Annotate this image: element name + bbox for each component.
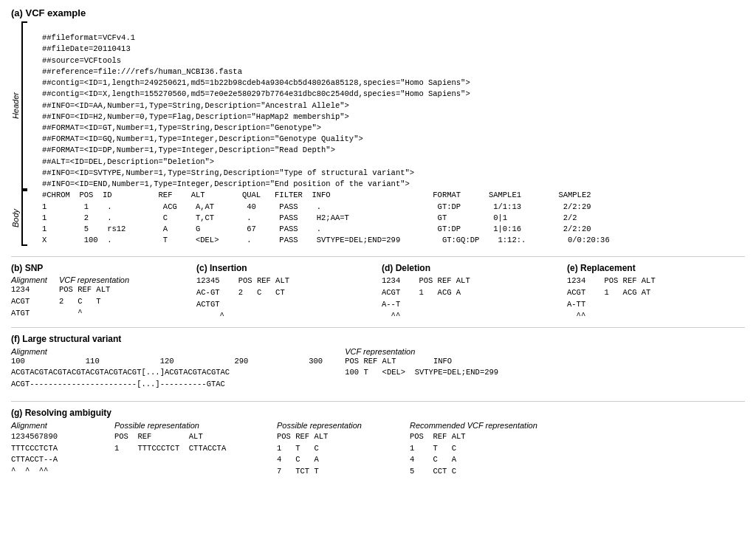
section-a: (a) VCF example Header ##fileformat=VCFv… — [11, 7, 745, 246]
sections-bcde: (b) SNP Alignment 1234 ACGT ATGT VCF rep… — [11, 263, 745, 319]
d-caret: ^^ — [382, 311, 560, 320]
section-b-title: (b) SNP — [11, 263, 189, 273]
e-caret: ^^ — [567, 311, 745, 320]
section-f-vcf: VCF representation POS REF ALT INFO 100 … — [345, 347, 498, 380]
section-c-title: (c) Insertion — [196, 263, 374, 273]
g-possible1-title: Possible representation — [114, 421, 262, 430]
section-f-title: (f) Large structural variant — [11, 334, 745, 344]
g-col-possible2: Possible representation POS REF ALT 1 T … — [277, 421, 395, 478]
g-align-data: 1234567890 TTTCCCTCTA CTTACCT--A — [11, 431, 100, 466]
section-b: (b) SNP Alignment 1234 ACGT ATGT VCF rep… — [11, 263, 189, 319]
c-caret: ^ — [196, 311, 374, 320]
g-col-alignment: Alignment 1234567890 TTTCCCTCTA CTTACCT-… — [11, 421, 100, 475]
vcf-header-content: ##fileformat=VCFv4.1 ##fileDate=20110413… — [42, 21, 470, 190]
section-e: (e) Replacement 1234 POS REF ALT ACGT 1 … — [567, 263, 745, 319]
b-alignment-label: Alignment — [11, 275, 47, 284]
section-e-title: (e) Replacement — [567, 263, 745, 273]
section-g-title: (g) Resolving ambiguity — [11, 408, 745, 418]
g-align-caret: ^ ^ ^^ — [11, 466, 100, 475]
g-col-recommended: Recommended VCF representation POS REF A… — [410, 421, 557, 478]
divider-2 — [11, 327, 745, 328]
section-b-alignment: Alignment 1234 ACGT ATGT — [11, 275, 47, 319]
vcf-body-content: #CHROM POS ID REF ALT QUAL FILTER INFO F… — [42, 190, 610, 246]
b-caret: ^ — [59, 308, 129, 317]
d-align-data: 1234 POS REF ALT ACGT 1 ACG A A--T — [382, 275, 560, 310]
b-vcf-label: VCF representation — [59, 275, 129, 284]
f-align-label: Alignment — [11, 347, 323, 356]
b-align-data: 1234 ACGT ATGT — [11, 284, 47, 319]
f-align-data: 100 110 120 290 300 ACGTACGTACGTACGTACGT… — [11, 356, 323, 391]
f-vcf-data: POS REF ALT INFO 100 T <DEL> SVTYPE=DEL;… — [345, 356, 498, 380]
header-label: Header — [11, 92, 20, 119]
section-g: (g) Resolving ambiguity Alignment 123456… — [11, 408, 745, 478]
g-recommended-data: POS REF ALT 1 T C 4 C A 5 CCT C — [410, 431, 557, 478]
section-f-alignment: Alignment 100 110 120 290 300 ACGTACGTAC… — [11, 347, 323, 391]
section-c: (c) Insertion 12345 POS REF ALT AC-GT 2 … — [196, 263, 374, 319]
g-possible2-data: POS REF ALT 1 T C 4 C A 7 TCT T — [277, 431, 395, 478]
section-b-vcf: VCF representation POS REF ALT 2 C T ^ — [59, 275, 129, 319]
divider-1 — [11, 256, 745, 257]
c-align-data: 12345 POS REF ALT AC-GT 2 C CT ACTGT — [196, 275, 374, 310]
g-possible1-data: POS REF ALT 1 TTTCCCTCT CTTACCTA — [114, 431, 262, 455]
g-recommended-title: Recommended VCF representation — [410, 421, 557, 430]
g-align-title: Alignment — [11, 421, 100, 430]
section-f: (f) Large structural variant Alignment 1… — [11, 334, 745, 391]
body-label: Body — [11, 209, 20, 227]
f-vcf-label: VCF representation — [345, 347, 498, 356]
b-vcf-data: POS REF ALT 2 C T — [59, 284, 129, 308]
section-d: (d) Deletion 1234 POS REF ALT ACGT 1 ACG… — [382, 263, 560, 319]
g-possible2-title: Possible representation — [277, 421, 395, 430]
page-container: (a) VCF example Header ##fileformat=VCFv… — [11, 7, 745, 478]
section-a-title: (a) VCF example — [11, 7, 745, 18]
divider-3 — [11, 401, 745, 402]
section-d-title: (d) Deletion — [382, 263, 560, 273]
g-col-possible1: Possible representation POS REF ALT 1 TT… — [114, 421, 262, 455]
e-align-data: 1234 POS REF ALT ACGT 1 ACG AT A-TT — [567, 275, 745, 310]
